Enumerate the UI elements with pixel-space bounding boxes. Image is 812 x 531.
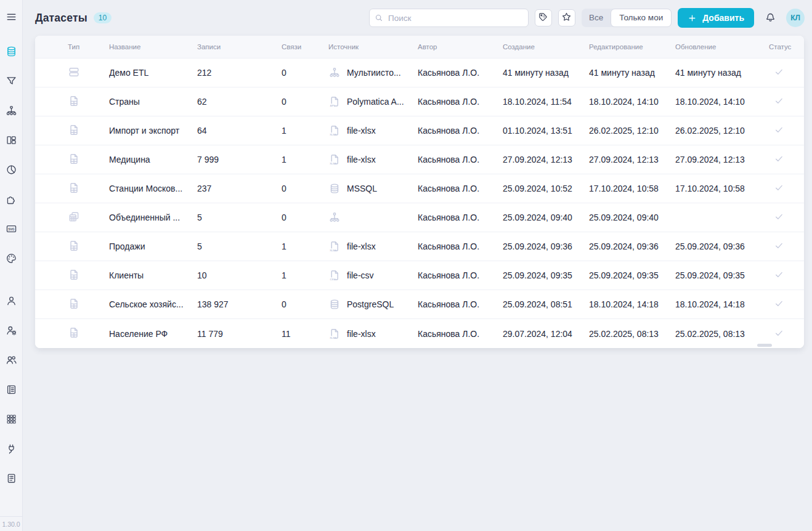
source-label: file-xlsx (347, 241, 376, 251)
search-box (369, 9, 529, 27)
svg-text:XLSX: XLSX (330, 249, 336, 252)
plus-icon (688, 14, 697, 23)
charts-pie-icon (6, 164, 17, 178)
table-row[interactable]: Продажи 5 1 XLSX file-xlsx Касьянова Л.О… (35, 232, 804, 261)
sidebar-item-plugins[interactable] (0, 185, 23, 215)
links-count: 0 (282, 97, 328, 107)
sidebar-item-dashboards[interactable] (0, 126, 23, 156)
table-row[interactable]: Импорт и экспорт 64 1 XLSX file-xlsx Кас… (35, 116, 804, 145)
menu-button[interactable] (0, 0, 23, 36)
links-count: 1 (282, 270, 328, 280)
check-icon (774, 153, 784, 164)
filter-only-mine-option[interactable]: Только мои (611, 9, 672, 27)
users-group-icon (6, 354, 17, 368)
sidebar-item-connections[interactable] (0, 435, 23, 464)
svg-text:SVG: SVG (8, 227, 15, 230)
dataset-name: Станции Москов... (109, 184, 197, 193)
sidebar-item-journal[interactable] (0, 376, 23, 405)
datasets-count-badge: 10 (94, 12, 112, 23)
records-count: 10 (197, 270, 282, 280)
filter-all-option[interactable]: Все (582, 9, 611, 27)
table-row[interactable]: Население РФ 11 779 11 XLSX file-xlsx Ка… (35, 319, 804, 348)
updated-at: 27.09.2024, 12:13 (675, 155, 769, 164)
table-row[interactable]: Станции Москов... 237 0 MSSQL Касьянова … (35, 174, 804, 203)
connections-plug-icon (6, 443, 17, 457)
records-count: 5 (197, 241, 282, 251)
created-at: 27.09.2024, 12:13 (503, 155, 589, 164)
table-row[interactable]: Медицина 7 999 1 XLSX file-xlsx Касьянов… (35, 145, 804, 174)
file-xlsx-icon: XLSX (328, 240, 341, 253)
table-row[interactable]: Демо ETL 212 0 Мультиисто... Касьянова Л… (35, 59, 804, 87)
table-row[interactable]: Клиенты 10 1 CSV file-csv Касьянова Л.О.… (35, 261, 804, 290)
updated-at: 18.10.2024, 14:18 (675, 299, 769, 309)
sidebar-item-user-settings[interactable] (0, 317, 23, 346)
dataset-name: Медицина (109, 155, 197, 164)
created-at: 25.09.2024, 09:35 (503, 270, 589, 280)
edited-at: 26.02.2025, 12:10 (589, 126, 675, 136)
table-row[interactable]: Сельское хозяйс... 138 927 0 PostgreSQL … (35, 290, 804, 319)
created-at: 25.09.2024, 10:52 (503, 184, 589, 193)
tags-icon (538, 12, 548, 24)
user-avatar[interactable]: КЛ (786, 9, 805, 27)
svg-text:CSV: CSV (330, 278, 336, 281)
links-count: 0 (282, 213, 328, 222)
datasets-table: Тип Название Записи Связи Источник Автор… (35, 36, 804, 348)
edited-at: 25.09.2024, 09:40 (589, 213, 675, 222)
updated-at: 41 минуту назад (675, 68, 769, 78)
author: Касьянова Л.О. (418, 68, 503, 78)
dashboards-icon (6, 134, 17, 148)
multisource-icon (328, 211, 341, 224)
edited-at: 25.09.2024, 09:36 (589, 241, 675, 251)
file-table-icon (68, 153, 80, 165)
sidebar-item-groups[interactable] (0, 346, 23, 376)
sidebar-item-palette[interactable] (0, 245, 23, 274)
edited-at: 41 минуту назад (589, 68, 675, 78)
sidebar-item-svg[interactable]: SVG (0, 215, 23, 245)
created-at: 25.09.2024, 09:36 (503, 241, 589, 251)
db-source-icon (328, 182, 341, 195)
source-label: Polymatica A... (347, 97, 404, 107)
column-header-links: Связи (282, 43, 328, 51)
page-header: Датасеты 10 (35, 0, 112, 36)
source-label: Мультиисто... (347, 68, 401, 78)
table-row[interactable]: Объединенный ... 5 0 Касьянова Л.О. 25.0… (35, 203, 804, 232)
column-header-author: Автор (418, 43, 503, 51)
author: Касьянова Л.О. (418, 213, 503, 222)
sidebar-item-profile[interactable] (0, 287, 23, 317)
records-count: 7 999 (197, 155, 282, 164)
sidebar-item-logs[interactable] (0, 464, 23, 494)
author: Касьянова Л.О. (418, 184, 503, 193)
search-input[interactable] (369, 9, 529, 27)
created-at: 41 минуту назад (503, 68, 589, 78)
ownership-toggle: Все Только мои (582, 9, 672, 27)
svg-badge-icon: SVG (6, 223, 17, 237)
dataset-name: Демо ETL (109, 68, 197, 78)
table-row[interactable]: Страны 62 0 API Polymatica A... Касьянов… (35, 87, 804, 116)
add-dataset-button[interactable]: Добавить (678, 8, 754, 28)
file-table-icon (68, 298, 80, 310)
source-label: MSSQL (347, 184, 377, 193)
sidebar-item-filters[interactable] (0, 67, 23, 97)
favorites-filter-button[interactable] (558, 9, 575, 26)
file-api-icon: API (328, 95, 341, 108)
file-table-icon (68, 240, 80, 252)
menu-icon (6, 11, 17, 25)
horizontal-scrollbar-thumb[interactable] (757, 344, 772, 347)
notifications-button[interactable] (763, 10, 777, 25)
column-header-type: Тип (35, 43, 109, 51)
records-count: 138 927 (197, 299, 282, 309)
sidebar-item-charts[interactable] (0, 156, 23, 185)
links-count: 1 (282, 241, 328, 251)
sidebar-item-datasets[interactable] (0, 38, 23, 67)
sidebar-item-modules[interactable] (0, 405, 23, 435)
created-at: 25.09.2024, 08:51 (503, 299, 589, 309)
tags-filter-button[interactable] (535, 9, 552, 26)
links-count: 1 (282, 155, 328, 164)
column-header-edited: Редактирование (589, 43, 675, 51)
edited-at: 27.09.2024, 12:13 (589, 155, 675, 164)
check-icon (774, 269, 784, 280)
file-table-icon (68, 326, 80, 339)
table-body: Демо ETL 212 0 Мультиисто... Касьянова Л… (35, 59, 804, 348)
updated-at: 18.10.2024, 14:10 (675, 97, 769, 107)
sidebar-item-etl[interactable] (0, 97, 23, 126)
